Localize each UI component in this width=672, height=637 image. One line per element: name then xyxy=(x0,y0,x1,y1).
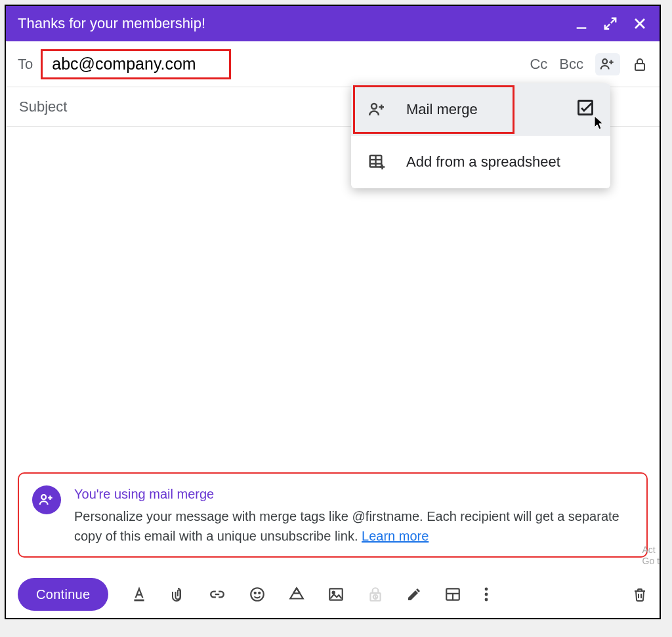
banner-body: Personalize your message with merge tags… xyxy=(74,506,633,546)
spreadsheet-add-icon xyxy=(367,152,388,172)
to-row: To Cc Bcc xyxy=(6,41,660,87)
signature-icon[interactable] xyxy=(406,586,422,603)
svg-rect-0 xyxy=(577,28,587,29)
dropdown-item-label: Add from a spreadsheet xyxy=(406,154,560,171)
mail-merge-dropdown: Mail merge Add from a spreadsheet xyxy=(351,83,610,188)
text-format-icon[interactable] xyxy=(131,586,148,603)
svg-rect-2 xyxy=(635,64,644,70)
svg-rect-8 xyxy=(330,588,343,600)
insert-link-icon[interactable] xyxy=(208,586,226,603)
svg-point-13 xyxy=(485,588,488,591)
attach-file-icon[interactable] xyxy=(170,586,186,603)
svg-point-6 xyxy=(255,592,256,594)
banner-text: You're using mail merge Personalize your… xyxy=(74,484,633,546)
dropdown-item-mail-merge[interactable]: Mail merge xyxy=(351,83,610,136)
svg-point-1 xyxy=(602,59,607,64)
svg-point-15 xyxy=(485,598,488,602)
person-add-icon xyxy=(367,100,388,119)
banner-title: You're using mail merge xyxy=(74,484,633,504)
svg-point-7 xyxy=(259,592,261,594)
svg-point-9 xyxy=(333,592,335,594)
continue-button[interactable]: Continue xyxy=(18,578,108,611)
to-label: To xyxy=(18,56,33,73)
insert-image-icon[interactable] xyxy=(327,586,345,603)
banner-body-text: Personalize your message with merge tags… xyxy=(74,509,620,543)
svg-rect-4 xyxy=(135,600,144,602)
bcc-button[interactable]: Bcc xyxy=(559,56,583,73)
svg-point-14 xyxy=(485,593,488,596)
close-icon[interactable] xyxy=(632,16,648,31)
learn-more-link[interactable]: Learn more xyxy=(362,529,429,543)
cursor-icon xyxy=(593,115,606,134)
mail-merge-toggle-button[interactable] xyxy=(595,53,620,75)
title-bar: Thanks for your membership! xyxy=(6,6,660,41)
layout-icon[interactable] xyxy=(444,586,461,603)
more-options-icon[interactable] xyxy=(484,586,489,603)
to-input[interactable] xyxy=(51,54,221,74)
minimize-icon[interactable] xyxy=(574,16,589,31)
dropdown-item-label: Mail merge xyxy=(406,101,478,118)
drive-icon[interactable] xyxy=(288,586,305,603)
mail-merge-banner-icon xyxy=(32,485,61,514)
window-controls xyxy=(574,16,648,31)
svg-point-16 xyxy=(371,104,377,109)
expand-icon[interactable] xyxy=(603,16,618,31)
emoji-icon[interactable] xyxy=(249,586,266,603)
confidential-mode-icon[interactable] xyxy=(632,56,648,72)
window-title: Thanks for your membership! xyxy=(18,15,574,32)
svg-point-5 xyxy=(251,588,264,601)
cc-button[interactable]: Cc xyxy=(530,56,547,73)
svg-rect-17 xyxy=(579,101,593,115)
mail-merge-info-banner: You're using mail merge Personalize your… xyxy=(18,472,648,558)
recipient-options: Cc Bcc xyxy=(530,53,648,75)
compose-toolbar: Continue xyxy=(6,571,660,618)
confidential-timer-icon[interactable] xyxy=(367,586,384,603)
to-input-highlight xyxy=(41,49,231,79)
discard-draft-icon[interactable] xyxy=(632,586,648,603)
svg-point-3 xyxy=(41,495,46,499)
checkbox-checked-icon xyxy=(576,98,595,121)
dropdown-item-add-spreadsheet[interactable]: Add from a spreadsheet xyxy=(351,136,610,188)
